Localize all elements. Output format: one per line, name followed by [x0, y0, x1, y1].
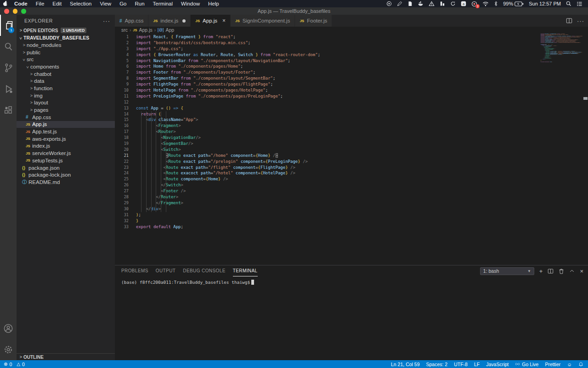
zoom-window-button[interactable]: [21, 9, 26, 14]
code-line[interactable]: 31);: [115, 212, 588, 218]
code-content[interactable]: 1import React, { Fragment } from "react"…: [115, 33, 588, 265]
problems-errors[interactable]: ⊗0: [4, 362, 12, 367]
breadcrumb-item-src[interactable]: src: [121, 27, 128, 33]
code-line[interactable]: 8import SegmentBar from "./components/la…: [115, 75, 588, 81]
kill-terminal-trash-icon[interactable]: [559, 268, 564, 274]
tree-item-README.md[interactable]: ⓘREADME.md: [17, 178, 115, 186]
minimize-window-button[interactable]: [13, 9, 18, 14]
code-line[interactable]: 6import Home from "./components/pages/Ho…: [115, 63, 588, 69]
settings-gear-icon[interactable]: [0, 339, 17, 360]
menu-run[interactable]: Run: [130, 0, 148, 7]
tree-item-data[interactable]: >data: [17, 77, 115, 85]
split-terminal-icon[interactable]: [548, 268, 554, 274]
notifications-bell-icon[interactable]: [578, 362, 583, 367]
tree-item-src[interactable]: >src: [17, 56, 115, 63]
open-editors-section[interactable]: > OPEN EDITORS 1 UNSAVED: [17, 27, 115, 34]
code-line[interactable]: 29 </Fragment>: [115, 200, 588, 206]
menu-window[interactable]: Window: [177, 0, 204, 7]
split-editor-icon[interactable]: [566, 17, 572, 24]
menu-edit[interactable]: Edit: [48, 0, 66, 7]
tree-item-index.js[interactable]: JSindex.js: [17, 143, 115, 150]
tree-item-App.js[interactable]: JSApp.js: [17, 121, 115, 128]
minimap[interactable]: 1import React, { Fragment } from "react"…: [540, 33, 582, 93]
docker-icon[interactable]: [418, 1, 424, 6]
menu-code[interactable]: Code: [10, 0, 32, 7]
tree-item-aws-exports.js[interactable]: JSaws-exports.js: [17, 135, 115, 143]
code-editor[interactable]: 1import React, { Fragment } from "react"…: [115, 33, 588, 265]
tree-item-pages[interactable]: >pages: [17, 106, 115, 114]
code-line[interactable]: 19 <SegmentBar/>: [115, 141, 588, 147]
notification-center-icon[interactable]: [577, 1, 582, 6]
tree-item-setupTests.js[interactable]: JSsetupTests.js: [17, 157, 115, 164]
code-line[interactable]: 11import PreLoginPage from "./components…: [540, 42, 582, 43]
code-line[interactable]: 26 </Switch>: [115, 182, 588, 188]
terminal-shell-select[interactable]: 1: bash ▼: [480, 267, 534, 275]
close-window-button[interactable]: [4, 9, 9, 14]
code-line[interactable]: 32}: [115, 218, 588, 224]
problems-warnings[interactable]: △0: [17, 362, 25, 367]
menu-terminal[interactable]: Terminal: [149, 0, 177, 7]
close-panel-icon[interactable]: ×: [580, 268, 583, 274]
code-line[interactable]: 5import NavigationBar from "./components…: [115, 58, 588, 64]
panel-tab-debug-console[interactable]: DEBUG CONSOLE: [183, 265, 225, 276]
code-line[interactable]: 9import FlightPage from "./components/pa…: [115, 81, 588, 87]
go-live-button[interactable]: Go Live: [515, 362, 538, 367]
code-line[interactable]: 17 <Router>: [115, 129, 588, 135]
browser-icon[interactable]: 3: [471, 1, 477, 7]
more-actions-icon[interactable]: ···: [577, 17, 584, 24]
encoding[interactable]: UTF-8: [454, 362, 468, 367]
run-debug-activity-icon[interactable]: [0, 78, 17, 99]
code-line[interactable]: 18 <NavigationBar/>: [115, 135, 588, 141]
code-line[interactable]: 15 <div className="App">: [115, 117, 588, 123]
close-tab-icon[interactable]: ×: [222, 18, 226, 23]
code-line[interactable]: 12: [115, 99, 588, 105]
tree-item-node_modules[interactable]: >node_modules: [17, 41, 115, 49]
tree-item-package-lock.json[interactable]: {}package-lock.json: [17, 171, 115, 178]
menu-bar-clock[interactable]: Sun 12:57 PM: [529, 1, 561, 6]
code-line[interactable]: 1import React, { Fragment } from "react"…: [115, 34, 588, 40]
search-activity-icon[interactable]: [0, 36, 17, 57]
account-icon[interactable]: [0, 318, 17, 339]
source-control-activity-icon[interactable]: [0, 57, 17, 78]
terminal[interactable]: (base) f8ffc200a011:TravelBuddy_basefile…: [115, 276, 588, 360]
code-line[interactable]: 25 <Route component={Home} />: [115, 176, 588, 182]
prettier-formatter[interactable]: Prettier: [545, 362, 560, 367]
tree-item-serviceWorker.js[interactable]: JSserviceWorker.js: [17, 150, 115, 157]
bluetooth-icon[interactable]: [494, 1, 498, 6]
warning-triangle-icon[interactable]: [429, 1, 435, 6]
pen-icon[interactable]: [397, 1, 402, 6]
panel-tab-terminal[interactable]: TERMINAL: [233, 265, 258, 276]
feedback-smiley-icon[interactable]: ☺: [567, 362, 572, 367]
tree-item-App.css[interactable]: #App.css: [17, 114, 115, 121]
extensions-activity-icon[interactable]: [0, 99, 17, 121]
tree-item-layout[interactable]: >layout: [17, 99, 115, 107]
code-line[interactable]: 28 </Router>: [115, 194, 588, 200]
wifi-icon[interactable]: [482, 1, 489, 6]
editor-tab-Footer.js[interactable]: JSFooter.js: [295, 15, 332, 27]
panel-tab-problems[interactable]: PROBLEMS: [121, 265, 148, 276]
code-line[interactable]: 2import "bootstrap/dist/css/bootstrap.mi…: [115, 40, 588, 46]
workspace-root-folder[interactable]: > TRAVELBUDDY_BASEFILES: [17, 34, 115, 41]
tree-item-img[interactable]: >img: [17, 92, 115, 99]
tree-item-chatbot[interactable]: >chatbot: [17, 70, 115, 78]
menu-view[interactable]: View: [96, 0, 115, 7]
eol-sequence[interactable]: LF: [474, 362, 480, 367]
indentation[interactable]: Spaces: 2: [426, 362, 447, 367]
tree-item-App.test.js[interactable]: JSApp.test.js: [17, 128, 115, 135]
code-line[interactable]: 10import HotelPage from "./components/pa…: [115, 87, 588, 93]
tree-item-components[interactable]: >components: [17, 63, 115, 70]
code-line[interactable]: 24 <Route exacoct path="/hotel" componen…: [115, 170, 588, 176]
language-mode[interactable]: JavaScript: [486, 362, 509, 367]
breadcrumb-item-symbol[interactable]: App: [165, 27, 174, 33]
apple-menu-icon[interactable]: [0, 1, 10, 6]
editor-tab-SignInComponent.js[interactable]: JSSignInComponent.js: [231, 15, 295, 27]
code-line[interactable]: 16 <Fragment>: [115, 123, 588, 129]
spotlight-search-icon[interactable]: [566, 1, 571, 6]
code-line[interactable]: 14 return (: [115, 111, 588, 117]
maximize-panel-icon[interactable]: [569, 268, 575, 274]
editor-tab-App.css[interactable]: #App.css: [115, 15, 148, 27]
code-line[interactable]: 33export default App;: [115, 224, 588, 230]
amazon-icon[interactable]: a: [461, 1, 466, 6]
outline-section[interactable]: > OUTLINE: [17, 353, 115, 360]
breadcrumb-item-file[interactable]: App.js: [139, 27, 153, 33]
